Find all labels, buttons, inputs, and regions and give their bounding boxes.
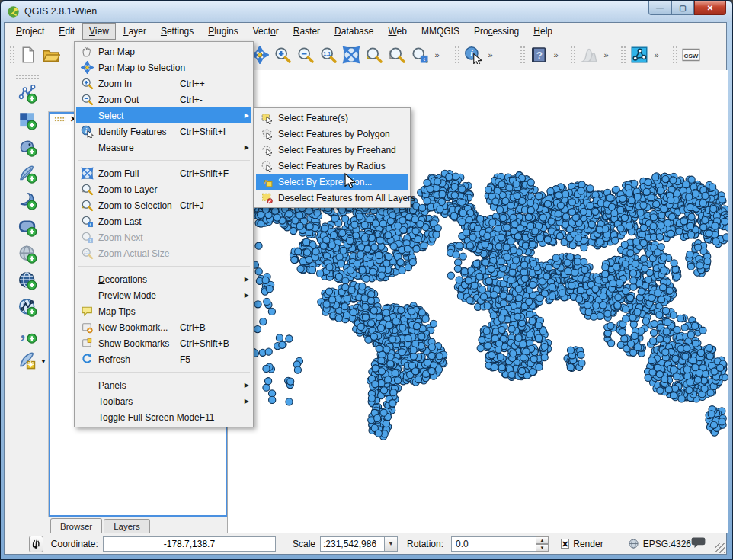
spin-up-icon[interactable]: ▲: [536, 536, 549, 544]
toolbar-overflow-icon[interactable]: »: [550, 50, 561, 59]
maximize-button[interactable]: ▢: [671, 1, 694, 15]
toolbar-overflow-icon[interactable]: »: [600, 50, 611, 59]
menu-item-new-bookmark[interactable]: New Bookmark...Ctrl+B: [76, 319, 251, 335]
render-checkbox[interactable]: ✕: [561, 539, 569, 549]
menu-item-preview-mode[interactable]: Preview Mode▶: [76, 287, 251, 303]
scale-value[interactable]: :231,542,986: [320, 536, 384, 552]
add-vector-layer-button[interactable]: [14, 82, 40, 105]
toolbar-handle[interactable]: [8, 45, 14, 65]
tab-browser[interactable]: Browser: [50, 518, 102, 533]
messages-button[interactable]: [691, 536, 706, 551]
menubar-item-layer[interactable]: Layer: [117, 23, 153, 40]
scale-dropdown-icon[interactable]: ▼: [384, 536, 398, 552]
menubar-item-processing[interactable]: Processing: [467, 23, 526, 40]
menubar-item-plugins[interactable]: Plugins: [201, 23, 245, 40]
new-project-button[interactable]: [17, 43, 40, 66]
menu-item-pan-map-to-selection[interactable]: Pan Map to Selection: [76, 59, 251, 75]
menubar-item-mmqgis[interactable]: MMQGIS: [415, 23, 466, 40]
toolbar-overflow-icon[interactable]: »: [651, 50, 661, 59]
rotation-spinner[interactable]: 0.0 ▲ ▼: [451, 536, 549, 552]
add-oracle-layer-button[interactable]: [14, 216, 40, 238]
new-spatialite-layer-button[interactable]: ✳▼: [14, 349, 40, 372]
add-postgis-layer-button[interactable]: [14, 136, 40, 158]
toolbar-handle[interactable]: [453, 45, 459, 65]
menu-item-map-tips[interactable]: Map Tips: [76, 303, 251, 319]
toolbar-handle[interactable]: [14, 73, 40, 79]
add-raster-layer-icon: [18, 110, 37, 130]
menu-item-zoom-full[interactable]: Zoom FullCtrl+Shift+F: [76, 165, 251, 181]
menu-item-zoom-last[interactable]: ‹Zoom Last: [76, 213, 251, 229]
zoom-last-button[interactable]: ‹: [408, 43, 431, 66]
menu-item-select-features-by-freehand[interactable]: Select Features by Freehand: [256, 142, 408, 158]
menu-item-toggle-full-screen-mode[interactable]: Toggle Full Screen ModeF11: [76, 409, 251, 425]
toolbar-overflow-icon[interactable]: »: [431, 50, 442, 59]
spin-down-icon[interactable]: ▼: [536, 544, 549, 552]
menu-item-decorations[interactable]: Decorations▶: [76, 271, 251, 287]
help-contents-button[interactable]: ?: [527, 43, 550, 66]
menubar-item-database[interactable]: Database: [328, 23, 380, 40]
zoom-to-selection-button[interactable]: [363, 43, 386, 66]
menu-item-measure[interactable]: Measure▶: [76, 139, 251, 155]
menubar-item-raster[interactable]: Raster: [286, 23, 327, 40]
menu-item-panels[interactable]: Panels▶: [76, 377, 251, 393]
zoom-full-button[interactable]: [340, 43, 363, 66]
zoom-native-button[interactable]: 1:1: [317, 43, 340, 66]
menu-item-select-features-by-polygon[interactable]: Select Features by Polygon: [256, 126, 408, 142]
add-mssql-layer-button[interactable]: [14, 189, 40, 212]
csw-button[interactable]: CSW: [680, 43, 703, 66]
toolbar-handle[interactable]: [519, 45, 525, 65]
add-db2-layer-button[interactable]: [14, 242, 40, 265]
add-wfs-layer-button[interactable]: [14, 296, 40, 318]
titlebar[interactable]: QGIS 2.8.1-Wien — ▢ ✕: [1, 1, 732, 22]
coordinate-input[interactable]: [103, 536, 276, 552]
panel-grip[interactable]: [54, 117, 66, 122]
menu-item-select-by-expression[interactable]: εSelect By Expression...: [256, 174, 408, 190]
zoom-in-button[interactable]: [271, 43, 294, 66]
menu-item-identify-features[interactable]: iIdentify FeaturesCtrl+Shift+I: [76, 123, 251, 139]
toolbar-overflow-icon[interactable]: »: [485, 50, 495, 59]
menubar-item-project[interactable]: Project: [9, 23, 51, 40]
close-button[interactable]: ✕: [694, 1, 726, 15]
add-delimited-text-layer-button[interactable]: ,: [14, 322, 40, 345]
menubar-item-view[interactable]: View: [82, 23, 116, 40]
dropdown-arrow-icon[interactable]: ▼: [40, 358, 46, 365]
menu-item-zoom-in[interactable]: Zoom InCtrl++: [76, 75, 251, 91]
scale-combo[interactable]: :231,542,986 ▼: [320, 536, 398, 552]
raster-histogram-button[interactable]: [578, 43, 600, 66]
menu-item-pan-map[interactable]: Pan Map: [76, 43, 251, 59]
menu-item-zoom-to-layer[interactable]: Zoom to Layer: [76, 181, 251, 197]
menu-item-toolbars[interactable]: Toolbars▶: [76, 393, 251, 409]
rotation-value[interactable]: 0.0: [451, 536, 536, 552]
resize-grip[interactable]: [715, 543, 725, 553]
menubar-item-help[interactable]: Help: [527, 23, 559, 40]
add-raster-layer-button[interactable]: [14, 109, 40, 132]
coordinate-capture-button[interactable]: [29, 536, 43, 552]
menu-item-select-feature-s[interactable]: Select Feature(s): [256, 110, 408, 126]
menu-item-refresh[interactable]: RefreshF5: [76, 351, 251, 367]
menubar-item-edit[interactable]: Edit: [52, 23, 82, 40]
minimize-button[interactable]: —: [648, 1, 671, 15]
toolbar-handle[interactable]: [619, 45, 626, 65]
menubar-item-settings[interactable]: Settings: [154, 23, 200, 40]
menu-item-zoom-out[interactable]: Zoom OutCtrl+-: [76, 91, 251, 107]
crs-status[interactable]: EPSG:4326: [628, 538, 691, 549]
add-spatialite-layer-button[interactable]: [14, 162, 40, 185]
zoom-to-layer-button[interactable]: [386, 43, 408, 66]
add-wms-layer-button[interactable]: [14, 269, 40, 292]
open-project-button[interactable]: [40, 43, 62, 66]
processing-model-button[interactable]: [628, 43, 651, 66]
toolbar-handle[interactable]: [671, 45, 677, 65]
menu-item-select-features-by-radius[interactable]: Select Features by Radius: [256, 158, 408, 174]
menu-item-select[interactable]: Select▶: [76, 107, 251, 123]
zoom-out-button[interactable]: [294, 43, 317, 66]
menu-item-show-bookmarks[interactable]: Show BookmarksCtrl+Shift+B: [76, 335, 251, 351]
menu-item-zoom-actual-size[interactable]: 1:1Zoom Actual Size: [76, 245, 251, 261]
menubar-item-vector[interactable]: Vector: [246, 23, 286, 40]
menubar-item-web[interactable]: Web: [381, 23, 413, 40]
menu-item-zoom-to-selection[interactable]: Zoom to SelectionCtrl+J: [76, 197, 251, 213]
identify-features-button[interactable]: i: [462, 43, 485, 66]
toolbar-handle[interactable]: [569, 45, 575, 65]
tab-layers[interactable]: Layers: [104, 519, 150, 533]
menu-item-zoom-next[interactable]: ›Zoom Next: [76, 229, 251, 245]
menu-item-deselect-features-from-all-layers[interactable]: Deselect Features from All Layers: [256, 190, 408, 206]
